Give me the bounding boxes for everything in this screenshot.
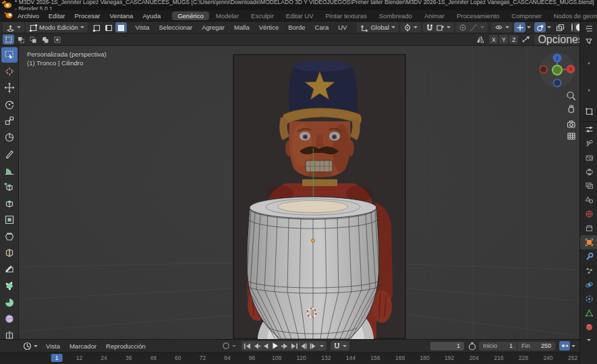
timeline-ruler[interactable]: 1122436486072849610812013214415616818019… [0,352,579,364]
select-mode-extend-button[interactable] [15,34,26,44]
tool-edge-slide[interactable] [1,328,18,339]
tool-box-select[interactable] [1,47,18,63]
tool-add-cube[interactable] [1,179,18,195]
select-mode-intersect-button[interactable] [51,34,63,44]
mirror-z-button[interactable]: Z [509,35,518,44]
workspace-tab-animar[interactable]: Animar [419,11,450,20]
outliner-editor-icon[interactable] [580,22,597,36]
tool-annotate[interactable] [1,146,18,162]
shading-wireframe-button[interactable] [571,24,573,31]
tab-tool[interactable] [580,136,597,150]
tool-knife[interactable] [1,262,18,277]
viewport-menu-vista[interactable]: Vista [131,24,154,31]
select-mode-subtract-button[interactable] [27,34,38,44]
workspace-tab-sombreado[interactable]: Sombreado [374,11,418,20]
camera-view-button[interactable] [565,117,577,129]
frame-end-field[interactable]: Fin 250 [517,342,555,351]
gizmo-axis-z-neg[interactable] [554,80,561,87]
tab-world[interactable] [580,207,597,221]
viewport-menu-borde[interactable]: Borde [283,24,310,31]
xray-toggle-button[interactable] [555,22,566,32]
tab-render[interactable] [580,150,597,164]
workspace-tab-modelar[interactable]: Modelar [210,11,244,20]
outliner-mesh-box-icon[interactable] [580,104,597,119]
overlays-toggle-button[interactable] [534,22,546,32]
timeline-editor-type-button[interactable] [20,341,41,351]
workspace-tab-componer[interactable]: Componer [506,11,546,20]
tool-measure[interactable] [1,162,18,178]
menu-editar[interactable]: Editar [44,12,70,20]
mode-selector[interactable]: Modo Edición [26,22,88,32]
workspace-tab-nodos-de-geometria[interactable]: Nodos de geometría [548,11,597,20]
select-mode-new-button[interactable] [3,34,14,44]
tab-physics[interactable] [580,278,597,292]
mirror-y-button[interactable]: Y [499,35,508,44]
tool-scale[interactable] [1,113,18,129]
preview-range-button[interactable] [559,341,575,351]
tab-view-layer[interactable] [580,179,597,193]
tab-collection[interactable] [580,221,597,235]
play-button[interactable] [271,341,280,351]
autokey-button[interactable] [221,341,236,351]
tab-material[interactable] [580,320,597,334]
tab-constraints[interactable] [580,292,597,306]
outliner-item-dot[interactable] [580,86,597,95]
menu-ayuda[interactable]: Ayuda [138,12,165,20]
workspace-tab-pintar-texturas[interactable]: Pintar texturas [320,11,372,20]
gizmos-chevron[interactable] [527,26,531,28]
next-keyframe-button[interactable] [280,341,289,351]
viewport-menu-agregar[interactable]: Agregar [197,24,229,31]
outliner-filter-icon[interactable] [580,36,597,47]
playback-chevron[interactable] [320,345,324,347]
tab-object[interactable] [580,235,597,249]
viewport-menu-uv[interactable]: UV [333,24,351,31]
tab-output[interactable] [580,164,597,179]
zoom-button[interactable] [565,90,577,102]
viewport-canvas[interactable]: Personalizada (perspectiva) (1) Tronco |… [19,46,579,339]
transform-orientation-button[interactable]: Global [357,22,398,32]
tool-loop-cut[interactable] [1,245,18,261]
navigation-gizmo[interactable]: Z X [539,52,577,90]
pan-hand-button[interactable] [565,102,577,115]
tool-inset-faces[interactable] [1,212,18,228]
tab-scene[interactable] [580,193,597,207]
object-visibility-button[interactable] [491,22,513,32]
workspace-tab-esculpir[interactable]: Esculpir [246,11,279,20]
gizmos-toggle-button[interactable] [514,22,525,32]
timeline-menu-marcador[interactable]: Marcador [65,342,101,350]
tool-bevel[interactable] [1,229,18,244]
orthographic-toggle-button[interactable] [565,129,577,142]
tool-transform[interactable] [1,129,18,145]
jump-to-start-button[interactable] [242,341,252,351]
viewport-menu-seleccionar[interactable]: Seleccionar [154,24,198,31]
properties-editor-icon[interactable] [580,122,597,136]
menu-ventana[interactable]: Ventana [105,12,138,20]
jump-to-end-button[interactable] [289,341,299,351]
play-reverse-button[interactable] [261,341,271,351]
next-frame-button[interactable] [308,341,318,351]
tool-smooth[interactable] [1,311,18,327]
outliner-item-dot[interactable] [580,59,597,68]
current-frame-field[interactable]: 1 [430,342,464,351]
tool-cursor[interactable] [1,63,18,79]
prev-frame-button[interactable] [299,341,308,351]
face-select-mode-button[interactable] [115,22,127,32]
proportional-editing-button[interactable] [455,22,488,32]
menu-archivo[interactable]: Archivo [13,12,44,20]
workspace-tab-procesamiento[interactable]: Procesamiento [451,11,505,20]
frame-start-field[interactable]: Inicio 1 [479,342,517,351]
workspace-tab-generico[interactable]: Genérico [172,11,209,20]
workspace-tab-editar-uv[interactable]: Editar UV [281,11,319,20]
tabs-overflow-chevron[interactable] [580,334,597,345]
select-mode-invert-button[interactable] [39,34,51,44]
viewport-menu-vertice[interactable]: Vértice [254,24,284,31]
timeline-menu-reproduccion[interactable]: Reproducción [101,342,150,350]
tool-rotate[interactable] [1,96,18,112]
tool-spin[interactable] [1,295,18,310]
tool-move[interactable] [1,80,18,96]
timeline-menu-vista[interactable]: Vista [41,342,65,350]
tool-extrude-region[interactable] [1,195,18,211]
snap-button[interactable] [422,22,454,32]
mirror-x-button[interactable]: X [489,35,498,44]
tab-modifiers[interactable] [580,249,597,264]
